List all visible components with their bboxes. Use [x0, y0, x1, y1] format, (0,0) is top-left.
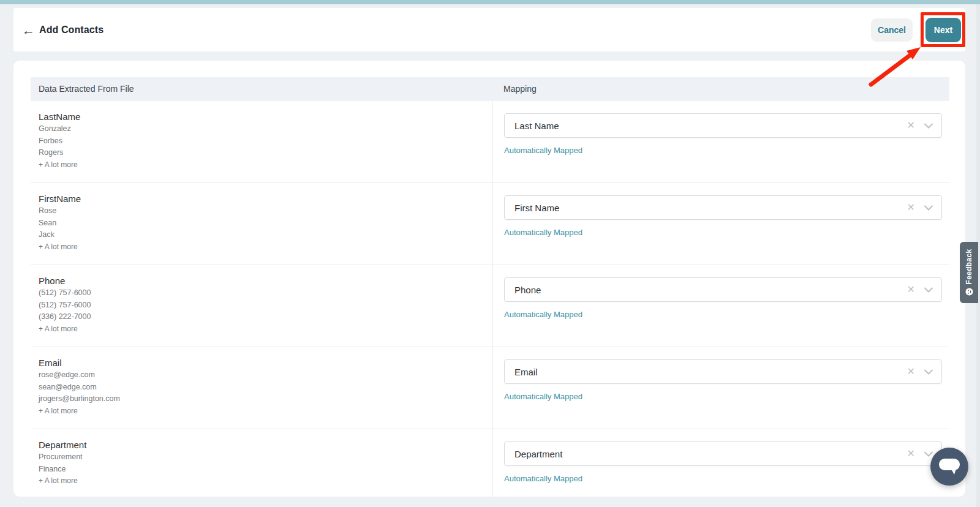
- more-values-label: + A lot more: [39, 323, 480, 336]
- back-arrow-icon[interactable]: ←: [22, 23, 35, 36]
- feedback-tab[interactable]: Feedback: [960, 242, 978, 303]
- chat-bubble-icon: [938, 458, 960, 475]
- auto-mapped-status: Automatically Mapped: [504, 146, 942, 155]
- mapping-cell: Last Name ✕ Automatically Mapped: [492, 101, 949, 182]
- clear-icon[interactable]: ✕: [907, 449, 915, 459]
- mapping-cell: Phone ✕ Automatically Mapped: [492, 265, 949, 347]
- auto-mapped-status: Automatically Mapped: [504, 474, 942, 483]
- sample-value: (512) 757-6000: [39, 299, 480, 312]
- table-row: Email rose@edge.com sean@edge.com jroger…: [31, 347, 949, 429]
- mapping-dropdown[interactable]: First Name ✕: [504, 195, 942, 220]
- mapping-dropdown-value: First Name: [514, 203, 907, 213]
- chevron-down-icon[interactable]: [924, 123, 933, 129]
- page-header: ← Add Contacts Cancel Next: [13, 8, 965, 51]
- more-values-label: + A lot more: [39, 405, 480, 418]
- next-button[interactable]: Next: [925, 18, 961, 42]
- mapping-card: Data Extracted From File Mapping LastNam…: [13, 61, 965, 497]
- sample-value: Rogers: [39, 147, 480, 159]
- sample-value: Sean: [39, 217, 480, 230]
- chevron-down-icon[interactable]: [924, 369, 933, 375]
- table-row: LastName Gonzalez Forbes Rogers + A lot …: [31, 101, 949, 183]
- mapping-dropdown-value: Email: [514, 367, 907, 377]
- mapping-dropdown[interactable]: Phone ✕: [504, 277, 942, 302]
- cancel-button[interactable]: Cancel: [871, 18, 913, 42]
- extracted-data-cell: Phone (512) 757-6000 (512) 757-6000 (336…: [31, 265, 492, 347]
- sample-value: Procurement: [39, 451, 480, 464]
- sample-value: jrogers@burlington.com: [39, 393, 480, 405]
- feedback-tab-label: Feedback: [965, 249, 973, 285]
- extracted-data-cell: Department Procurement Finance + A lot m…: [31, 429, 492, 497]
- clear-icon[interactable]: ✕: [907, 121, 915, 130]
- mapping-dropdown-value: Last Name: [514, 121, 907, 131]
- top-accent-bar: [0, 0, 980, 4]
- chevron-down-icon[interactable]: [924, 205, 933, 211]
- page: ← Add Contacts Cancel Next Data Extracte…: [0, 0, 980, 507]
- auto-mapped-status: Automatically Mapped: [504, 310, 942, 319]
- page-title: Add Contacts: [39, 24, 104, 36]
- field-name: LastName: [39, 111, 480, 123]
- chevron-down-icon[interactable]: [924, 287, 933, 293]
- field-name: Email: [39, 357, 480, 369]
- mapping-table: Data Extracted From File Mapping LastNam…: [31, 77, 949, 497]
- chat-launcher-button[interactable]: [930, 448, 968, 486]
- mapping-dropdown-value: Department: [514, 449, 907, 459]
- sample-value: Rose: [39, 205, 480, 217]
- clear-icon[interactable]: ✕: [907, 203, 915, 212]
- mapping-dropdown[interactable]: Email ✕: [504, 359, 942, 384]
- auto-mapped-status: Automatically Mapped: [504, 392, 942, 401]
- sample-value: Jack: [39, 229, 480, 241]
- field-name: Phone: [39, 275, 480, 287]
- sample-value: rose@edge.com: [39, 369, 480, 381]
- column-header-data-extracted: Data Extracted From File: [31, 77, 492, 101]
- mapping-cell: First Name ✕ Automatically Mapped: [492, 183, 949, 265]
- column-header-mapping: Mapping: [492, 77, 949, 101]
- sample-value: Gonzalez: [39, 123, 480, 135]
- mapping-cell: Department ✕ Automatically Mapped: [492, 429, 949, 497]
- field-name: Department: [39, 439, 480, 451]
- mapping-dropdown[interactable]: Department ✕: [504, 441, 942, 466]
- table-header-row: Data Extracted From File Mapping: [31, 77, 949, 101]
- mapping-dropdown[interactable]: Last Name ✕: [504, 113, 942, 138]
- chevron-down-icon[interactable]: [924, 451, 933, 457]
- clear-icon[interactable]: ✕: [907, 367, 915, 377]
- table-row: FirstName Rose Sean Jack + A lot more Fi…: [31, 183, 949, 265]
- sample-value: Forbes: [39, 135, 480, 148]
- sample-value: (336) 222-7000: [39, 311, 480, 323]
- smiley-icon: [965, 288, 973, 296]
- sample-value: Finance: [39, 464, 480, 476]
- field-name: FirstName: [39, 193, 480, 205]
- mapping-dropdown-value: Phone: [514, 285, 907, 295]
- extracted-data-cell: FirstName Rose Sean Jack + A lot more: [31, 183, 492, 265]
- sample-value: (512) 757-6000: [39, 287, 480, 299]
- extracted-data-cell: LastName Gonzalez Forbes Rogers + A lot …: [31, 101, 492, 182]
- mapping-cell: Email ✕ Automatically Mapped: [492, 347, 949, 429]
- more-values-label: + A lot more: [39, 241, 480, 254]
- extracted-data-cell: Email rose@edge.com sean@edge.com jroger…: [31, 347, 492, 429]
- sample-value: sean@edge.com: [39, 381, 480, 394]
- more-values-label: + A lot more: [39, 159, 480, 171]
- auto-mapped-status: Automatically Mapped: [504, 228, 942, 237]
- more-values-label: + A lot more: [39, 475, 480, 487]
- table-row: Department Procurement Finance + A lot m…: [31, 429, 949, 497]
- clear-icon[interactable]: ✕: [907, 285, 915, 295]
- table-row: Phone (512) 757-6000 (512) 757-6000 (336…: [31, 265, 949, 347]
